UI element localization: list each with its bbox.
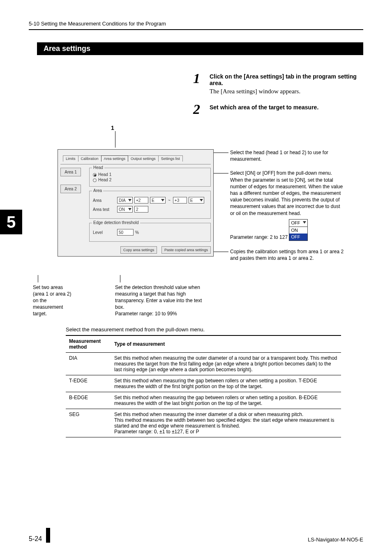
step-2: 2 Set which area of the target to measur…: [193, 102, 363, 116]
area-settings-panel: Limits Calibration Area settings Output …: [58, 149, 214, 257]
cell-desc: Set this method when measuring the outer…: [111, 352, 341, 375]
annot-edge-threshold: Set the detection threshold value when m…: [115, 275, 210, 317]
step-1-title: Click on the [Area settings] tab in the …: [210, 73, 363, 86]
tilde-sep: ~: [168, 198, 171, 203]
table-header-method: Measurement method: [66, 335, 111, 353]
area-group-title: Area: [92, 188, 103, 193]
head1-label: Head 1: [98, 172, 111, 177]
chapter-tab: 5: [0, 210, 22, 234]
table-row: B-EDGE Set this method when measuring th…: [66, 392, 341, 409]
cell-method: T-EDGE: [66, 375, 111, 392]
table-header-type: Type of measurement: [111, 335, 341, 353]
tab-settings-list[interactable]: Settings list: [158, 155, 183, 162]
section-heading: Area settings: [37, 42, 363, 55]
cell-method: SEG: [66, 409, 111, 437]
edge-plus3-field[interactable]: +3: [173, 197, 187, 204]
area-1-button[interactable]: Area 1: [60, 168, 81, 176]
tab-calibration[interactable]: Calibration: [78, 155, 101, 162]
step-2-number: 2: [193, 102, 210, 116]
edge-plus3-dd[interactable]: E: [189, 197, 204, 204]
cell-desc: Set this method when measuring the gap b…: [111, 392, 341, 409]
area-group: Area Area DIA +2 E ~ +3 E Area test: [89, 191, 211, 219]
table-row: DIA Set this method when measuring the o…: [66, 352, 341, 375]
measurement-method-table: Measurement method Type of measurement D…: [66, 335, 341, 437]
edge-threshold-title: Edge detection threshold: [92, 220, 140, 225]
tabs-underline: [60, 164, 211, 164]
head2-radio[interactable]: Head 2: [93, 178, 207, 182]
cell-desc: Set this method when measuring the inner…: [111, 409, 341, 437]
cell-method: B-EDGE: [66, 392, 111, 409]
level-unit: %: [135, 230, 139, 235]
cell-method: DIA: [66, 352, 111, 375]
step-1-number: 1: [193, 72, 210, 95]
level-input[interactable]: 50: [117, 229, 134, 236]
level-label: Level: [93, 230, 115, 235]
dropdown-demo: OFF ON OFF: [289, 219, 308, 241]
dropdown-demo-current: OFF: [289, 220, 307, 227]
step-1-body: The [Area settings] window appears.: [210, 88, 363, 95]
annot-head: Select the head (head 1 or head 2) to us…: [230, 149, 345, 162]
annot-left-areas: Set two areas (area 1 or area 2) on the …: [33, 275, 74, 317]
paste-area-settings-button[interactable]: Paste copied area settings: [161, 246, 211, 254]
head2-label: Head 2: [98, 178, 111, 182]
areatest-dropdown[interactable]: ON: [117, 206, 133, 213]
tab-output-settings[interactable]: Output settings: [128, 155, 159, 162]
area-method-dropdown[interactable]: DIA: [117, 197, 133, 204]
callout-arrow-1: 1: [111, 125, 363, 131]
tab-limits[interactable]: Limits: [63, 155, 78, 162]
edge-threshold-group: Edge detection threshold Level 50 %: [89, 223, 211, 242]
page-header: 5-10 Setting the Measurement Conditions …: [29, 21, 363, 30]
step-2-title: Set which area of the target to measure.: [210, 104, 363, 111]
annot-copy: Copies the calibration settings from are…: [230, 248, 345, 261]
table-row: SEG Set this method when measuring the i…: [66, 409, 341, 437]
table-row: T-EDGE Set this method when measuring th…: [66, 375, 341, 392]
head-group: Head Head 1 Head 2: [89, 168, 211, 187]
area-label: Area: [93, 198, 115, 203]
edge-plus2-field[interactable]: +2: [134, 197, 148, 204]
areatest-count-field[interactable]: 2: [134, 206, 148, 213]
head-group-title: Head: [92, 165, 104, 170]
tab-area-settings[interactable]: Area settings: [101, 155, 129, 162]
footer-mark-icon: [46, 528, 50, 543]
areatest-label: Area test: [93, 207, 115, 212]
edge-plus2-dd[interactable]: E: [150, 197, 166, 204]
dropdown-demo-on: ON: [289, 227, 307, 234]
doc-id: LS-Navigator-M-NO5-E: [308, 536, 363, 543]
copy-area-settings-button[interactable]: Copy area settings: [120, 246, 157, 254]
table-caption: Select the measurement method from the p…: [66, 326, 363, 333]
dropdown-demo-off: OFF: [289, 234, 307, 240]
head1-radio[interactable]: Head 1: [93, 172, 207, 177]
area-2-button[interactable]: Area 2: [60, 185, 81, 193]
annot-areatest-text: Select [ON] or [OFF] from the pull-down …: [230, 170, 343, 240]
cell-desc: Set this method when measuring the gap b…: [111, 375, 341, 392]
callout-1-leader: [115, 131, 115, 148]
page-number: 5-24: [29, 535, 42, 542]
annot-areatest: Select [ON] or [OFF] from the pull-down …: [230, 170, 345, 241]
step-1: 1 Click on the [Area settings] tab in th…: [193, 72, 363, 95]
